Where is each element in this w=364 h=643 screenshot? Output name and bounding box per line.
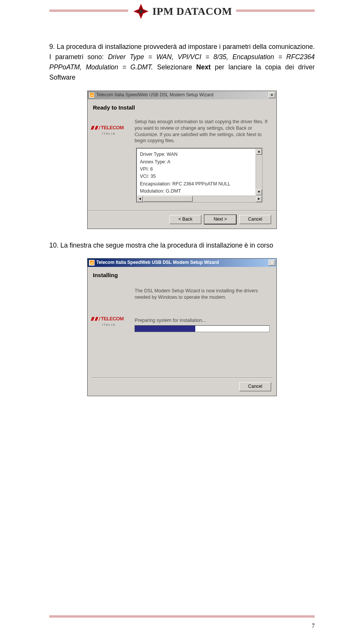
dlg2-description: The DSL Modem Setup Wizard is now instal… bbox=[135, 288, 270, 301]
setting-modulation: Modulation: G.DMT bbox=[140, 188, 259, 195]
setting-vpi: VPI: 8 bbox=[140, 166, 259, 173]
cancel-button[interactable]: Cancel bbox=[239, 382, 271, 391]
scrollbar-horizontal[interactable]: ◄ ► bbox=[137, 196, 262, 202]
setting-driver-type: Driver Type: WAN bbox=[140, 151, 259, 158]
installing-dialog: 📶 Telecom Italia SpeedWeb USB DSL Modem … bbox=[87, 258, 277, 396]
p10-lead: 10. bbox=[49, 242, 58, 249]
progress-bar bbox=[135, 325, 270, 332]
brand-text: IPM DATACOM bbox=[152, 5, 232, 17]
dlg2-title: Telecom Italia SpeedWeb USB DSL Modem Se… bbox=[96, 259, 268, 266]
telecom-logo-text: TELECOM bbox=[101, 125, 124, 130]
app-icon: 📶 bbox=[89, 260, 95, 266]
progress-fill bbox=[135, 326, 195, 332]
page-number: 7 bbox=[312, 623, 315, 629]
telecom-logo-sub: ITALIA bbox=[102, 323, 131, 327]
p9-lead: 9. bbox=[49, 43, 55, 50]
svg-point-2 bbox=[140, 10, 143, 13]
setting-encapsulation: Encapsulation: RFC 2364 PPPoATM NULL bbox=[140, 180, 259, 188]
telecom-logo: TELECOM bbox=[91, 124, 131, 132]
dlg1-title: Telecom Italia SpeedWeb USB DSL Modem Se… bbox=[96, 91, 268, 99]
p9-t2: Selezionare bbox=[157, 63, 196, 71]
setting-vci: VCI: 35 bbox=[140, 173, 259, 180]
back-button[interactable]: < Back bbox=[169, 215, 201, 224]
scroll-left-icon[interactable]: ◄ bbox=[137, 196, 143, 202]
dlg2-titlebar: 📶 Telecom Italia SpeedWeb USB DSL Modem … bbox=[88, 259, 276, 267]
p9-next: Next bbox=[196, 63, 211, 71]
paragraph-10: 10. La finestra che segue mostra che la … bbox=[49, 240, 315, 251]
close-button[interactable]: × bbox=[268, 260, 275, 266]
close-button[interactable]: × bbox=[268, 92, 275, 98]
page-content: 9. La procedura di installazione provved… bbox=[49, 42, 315, 408]
next-button[interactable]: Next > bbox=[204, 215, 236, 224]
dlg2-status: Preparing system for installation... bbox=[135, 317, 270, 324]
telecom-logo-text: TELECOM bbox=[101, 316, 124, 322]
cancel-button[interactable]: Cancel bbox=[239, 215, 271, 224]
ready-to-install-dialog: 📶 Telecom Italia SpeedWeb USB DSL Modem … bbox=[87, 91, 277, 229]
setting-annex-type: Annex Type: A bbox=[140, 158, 259, 166]
telecom-logo-sub: ITALIA bbox=[102, 132, 131, 136]
dlg1-heading: Ready to Install bbox=[93, 103, 276, 112]
dlg1-description: Setup has enough information to start co… bbox=[135, 119, 270, 144]
scroll-up-icon[interactable]: ▲ bbox=[256, 149, 262, 155]
footer-rule bbox=[49, 616, 315, 617]
scroll-thumb[interactable] bbox=[143, 196, 193, 202]
dlg1-titlebar: 📶 Telecom Italia SpeedWeb USB DSL Modem … bbox=[88, 91, 276, 99]
telecom-logo: TELECOM bbox=[91, 315, 131, 323]
scrollbar-vertical[interactable]: ▲ ▼ bbox=[256, 149, 262, 195]
settings-box: Driver Type: WAN Annex Type: A VPI: 8 VC… bbox=[136, 148, 263, 202]
scroll-right-icon[interactable]: ► bbox=[256, 196, 262, 202]
app-icon: 📶 bbox=[89, 92, 95, 98]
ipm-logo-icon bbox=[132, 2, 150, 20]
header-logo: IPM DATACOM bbox=[128, 2, 236, 20]
scroll-down-icon[interactable]: ▼ bbox=[256, 189, 262, 195]
paragraph-9: 9. La procedura di installazione provved… bbox=[49, 42, 315, 83]
dlg2-heading: Installing bbox=[93, 271, 276, 279]
p10-t1: La finestra che segue mostra che la proc… bbox=[60, 242, 273, 249]
